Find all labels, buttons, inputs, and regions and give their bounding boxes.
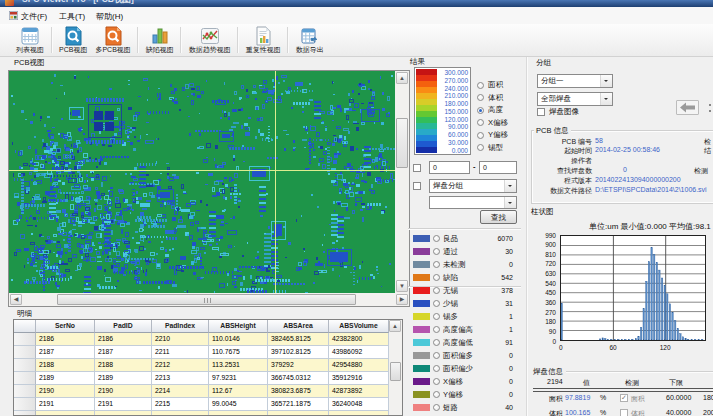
legend-row[interactable]: 少锡31: [410, 297, 520, 310]
toolbar-button-repeat-view[interactable]: 重复性视图: [243, 24, 284, 56]
legend-radio[interactable]: [433, 261, 440, 268]
radio-solder-shape[interactable]: [477, 144, 484, 151]
legend-radio[interactable]: [433, 352, 440, 359]
pcb-board-image[interactable]: [9, 71, 395, 293]
toolbar-button-defect-view[interactable]: 缺陷视图: [143, 24, 177, 56]
pad-image-checkbox[interactable]: [537, 108, 545, 116]
legend-radio[interactable]: [433, 287, 440, 294]
radio-label[interactable]: 面积: [488, 80, 503, 90]
range-from-input[interactable]: 0: [429, 161, 470, 174]
scroll-right-icon[interactable]: ▶: [396, 294, 408, 305]
legend-radio[interactable]: [433, 235, 440, 242]
legend-row[interactable]: 缺陷542: [410, 271, 520, 284]
row-selector[interactable]: [14, 411, 36, 416]
radio-label[interactable]: Y偏移: [488, 130, 508, 140]
radio-label[interactable]: 锡型: [488, 143, 503, 153]
row-selector[interactable]: [14, 359, 36, 372]
legend-row[interactable]: Y偏移0: [410, 388, 520, 401]
legend-row[interactable]: 面积偏多0: [410, 349, 520, 362]
legend-radio[interactable]: [433, 404, 440, 411]
legend-row[interactable]: 良品6070: [410, 232, 520, 245]
detail-vscrollbar[interactable]: ▲: [389, 320, 402, 415]
scroll-down-icon[interactable]: ▼: [396, 280, 408, 292]
row-selector[interactable]: [14, 372, 36, 385]
pad-metric-checkbox[interactable]: [620, 409, 628, 416]
legend-radio[interactable]: [433, 248, 440, 255]
column-header-serno[interactable]: SerNo: [36, 320, 95, 333]
menu-file[interactable]: 文件(F): [18, 10, 50, 23]
prev-button[interactable]: [676, 100, 699, 115]
radio-y-offset[interactable]: [477, 132, 484, 139]
pad-select-dropdown[interactable]: 全部焊盘: [537, 92, 613, 106]
legend-label: 高度偏低: [443, 338, 473, 348]
chevron-down-icon[interactable]: [600, 93, 612, 105]
row-selector[interactable]: [14, 398, 36, 411]
pcb-vscroll-thumb[interactable]: [396, 118, 408, 168]
legend-radio[interactable]: [433, 365, 440, 372]
legend-radio[interactable]: [433, 313, 440, 320]
pad-group-dropdown[interactable]: 焊盘分组: [429, 179, 517, 193]
chevron-down-icon[interactable]: [600, 75, 612, 87]
legend-radio[interactable]: [433, 391, 440, 398]
radio-label[interactable]: 体积: [488, 93, 503, 103]
radio-area[interactable]: [477, 82, 484, 89]
table-row[interactable]: 218721872211110.7675397102.812543986092: [14, 346, 389, 359]
toolbar-button-multi-pcb-view[interactable]: 多PCB视图: [92, 24, 133, 56]
chevron-down-icon[interactable]: [504, 197, 516, 208]
legend-row[interactable]: 无锡378: [410, 284, 520, 297]
sub-group-dropdown[interactable]: [429, 196, 517, 209]
legend-radio[interactable]: [433, 339, 440, 346]
detail-vscroll-thumb[interactable]: [390, 362, 401, 381]
scroll-up-icon[interactable]: ▲: [389, 320, 401, 332]
radio-label[interactable]: X偏移: [488, 118, 508, 128]
toolbar-button-data-export[interactable]: 数据导出: [293, 24, 327, 56]
menu-help[interactable]: 帮助(H): [93, 10, 126, 23]
legend-row[interactable]: 通过30: [410, 245, 520, 258]
pad-metric-checkbox[interactable]: [620, 394, 628, 402]
legend-row[interactable]: 高度偏低91: [410, 336, 520, 349]
legend-row[interactable]: 锡多1: [410, 310, 520, 323]
chevron-down-icon[interactable]: [504, 180, 516, 192]
table-row[interactable]: 21892189221397.9231366745.031235912916: [14, 372, 389, 385]
column-header-absvolume[interactable]: ABSVolume: [329, 320, 389, 333]
table-row[interactable]: 21912191221599.0045365721.187536240048: [14, 398, 389, 411]
legend-radio[interactable]: [433, 326, 440, 333]
radio-label[interactable]: 高度: [488, 105, 503, 115]
range-checkbox[interactable]: [413, 164, 421, 172]
scroll-up-icon[interactable]: ▲: [396, 72, 408, 84]
legend-row[interactable]: 高度偏高1: [410, 323, 520, 336]
pcb-hscroll-thumb[interactable]: [57, 294, 356, 305]
table-row[interactable]: 219021902214112.67380823.687542873892: [14, 385, 389, 398]
toolbar-button-list-view[interactable]: 列表视图: [13, 24, 47, 56]
legend-row[interactable]: 面积偏少0: [410, 362, 520, 375]
row-selector[interactable]: [14, 385, 36, 398]
scroll-left-icon[interactable]: ◀: [10, 294, 22, 305]
pcb-hscrollbar[interactable]: ◀ ▶: [9, 293, 409, 306]
legend-radio[interactable]: [433, 274, 440, 281]
column-header-absheight[interactable]: ABSHeight: [209, 320, 268, 333]
menu-tools[interactable]: 工具(T): [56, 10, 88, 23]
group-select-dropdown[interactable]: 分组一: [537, 74, 613, 88]
find-button[interactable]: 查找: [480, 210, 517, 224]
group-filter-checkbox[interactable]: [413, 182, 421, 190]
column-header-absarea[interactable]: ABSArea: [268, 320, 329, 333]
legend-row[interactable]: X偏移0: [410, 375, 520, 388]
table-row[interactable]: [14, 411, 389, 416]
column-header-padindex[interactable]: PadIndex: [152, 320, 209, 333]
table-row[interactable]: 218821882212113.253137929242954880: [14, 359, 389, 372]
radio-x-offset[interactable]: [477, 119, 484, 126]
row-selector[interactable]: [14, 346, 36, 359]
legend-radio[interactable]: [433, 300, 440, 307]
legend-radio[interactable]: [433, 378, 440, 385]
range-to-input[interactable]: 0: [479, 161, 517, 174]
toolbar-button-trend-view[interactable]: 数据趋势视图: [186, 24, 234, 56]
radio-volume[interactable]: [477, 94, 484, 101]
row-selector[interactable]: [14, 333, 36, 346]
table-row[interactable]: 218621862210110.0146382465.812542382800: [14, 333, 389, 346]
column-header-padid[interactable]: PadID: [95, 320, 152, 333]
toolbar-button-pcb-view[interactable]: PCB视图: [56, 24, 90, 56]
legend-row[interactable]: 未检测0: [410, 258, 520, 271]
pcb-vscrollbar[interactable]: ▲ ▼: [395, 71, 409, 293]
radio-height[interactable]: [477, 107, 484, 114]
legend-row[interactable]: 短路40: [410, 401, 520, 414]
